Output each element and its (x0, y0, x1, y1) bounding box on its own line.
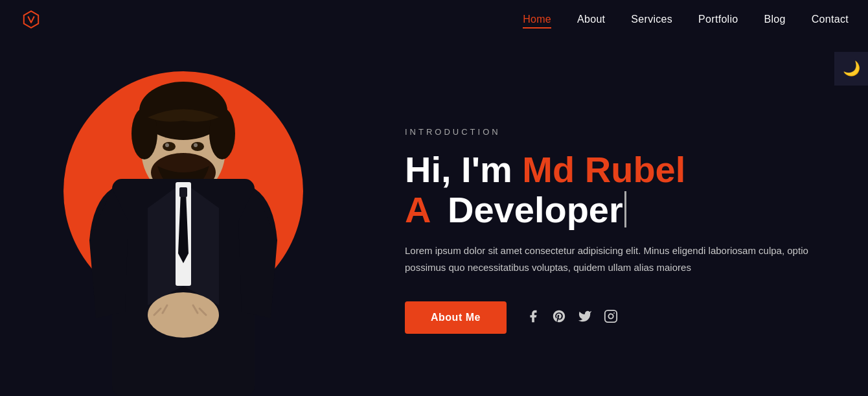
hero-role-prefix: A (405, 190, 431, 230)
moon-icon: 🌙 (843, 60, 860, 77)
nav-link-contact[interactable]: Contact (812, 14, 849, 25)
instagram-link[interactable] (604, 309, 618, 327)
pinterest-link[interactable] (552, 309, 566, 327)
hero-greeting-text: Hi, I'm (405, 149, 522, 190)
nav-link-portfolio[interactable]: Portfolio (698, 14, 738, 25)
cursor-blink (624, 191, 626, 227)
svg-rect-14 (179, 187, 187, 197)
nav-item-portfolio[interactable]: Portfolio (698, 14, 738, 25)
person-svg (54, 59, 313, 396)
twitter-icon (578, 309, 592, 323)
nav-link-services[interactable]: Services (631, 14, 672, 25)
nav-links: Home About Services Portfolio Blog Conta… (523, 14, 849, 25)
hero-content: 🌙 INTRODUCTION Hi, I'm Md Rubel A Develo… (366, 39, 868, 396)
nav-item-services[interactable]: Services (631, 14, 672, 25)
instagram-icon (604, 309, 618, 323)
hero-section: 🌙 INTRODUCTION Hi, I'm Md Rubel A Develo… (0, 39, 868, 396)
logo[interactable] (19, 8, 43, 31)
svg-point-8 (194, 143, 198, 147)
hero-description: Lorem ipsum dolor sit amet consectetur a… (405, 242, 819, 275)
pinterest-icon (552, 309, 566, 323)
svg-point-5 (163, 142, 176, 151)
hero-role: Developer (448, 190, 623, 230)
facebook-icon (526, 309, 540, 323)
hero-actions: About Me (405, 301, 829, 334)
facebook-link[interactable] (526, 309, 540, 327)
svg-rect-20 (605, 310, 617, 321)
svg-point-7 (165, 143, 169, 147)
navbar: Home About Services Portfolio Blog Conta… (0, 0, 868, 39)
nav-item-contact[interactable]: Contact (812, 14, 849, 25)
nav-item-home[interactable]: Home (523, 14, 551, 25)
twitter-link[interactable] (578, 309, 592, 327)
hero-greeting-line: Hi, I'm Md Rubel (405, 150, 829, 190)
nav-link-home[interactable]: Home (523, 14, 551, 29)
svg-point-15 (148, 292, 219, 338)
svg-point-6 (191, 142, 204, 151)
hero-title: Hi, I'm Md Rubel A Developer (405, 150, 829, 229)
hero-subtitle-line: A Developer (405, 190, 829, 230)
hero-name: Md Rubel (522, 149, 685, 190)
person-image (47, 52, 319, 396)
hero-image-area (0, 39, 366, 396)
dark-mode-button[interactable]: 🌙 (834, 52, 868, 86)
about-me-button[interactable]: About Me (405, 301, 507, 334)
social-links (526, 309, 618, 327)
nav-link-blog[interactable]: Blog (764, 14, 786, 25)
logo-icon (21, 9, 41, 30)
intro-label: INTRODUCTION (405, 127, 829, 137)
nav-item-blog[interactable]: Blog (764, 14, 786, 25)
nav-link-about[interactable]: About (577, 14, 605, 25)
nav-item-about[interactable]: About (577, 14, 605, 25)
